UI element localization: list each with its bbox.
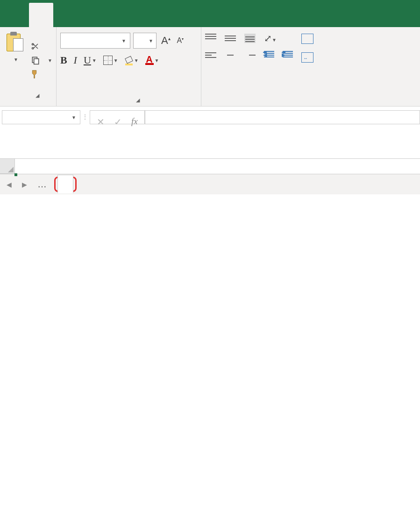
copy-button[interactable]: ▼ bbox=[31, 56, 52, 65]
tab-file[interactable] bbox=[5, 0, 29, 27]
chevron-down-icon[interactable]: ▼ bbox=[71, 115, 76, 120]
borders-button[interactable]: ▼ bbox=[103, 56, 118, 65]
tab-home[interactable] bbox=[29, 3, 53, 27]
sheet-tab-active[interactable] bbox=[57, 175, 73, 193]
dialog-launcher-icon[interactable]: ◢ bbox=[136, 97, 140, 103]
cut-button[interactable] bbox=[31, 42, 52, 51]
group-alignment: ⤢▼ ◀ ▶ ↔ bbox=[201, 27, 420, 106]
select-all-corner[interactable] bbox=[0, 159, 15, 174]
align-bottom-button[interactable] bbox=[244, 34, 256, 43]
paste-button[interactable]: ▼ bbox=[4, 30, 28, 91]
align-top-button[interactable] bbox=[205, 34, 216, 43]
align-left-button[interactable] bbox=[205, 50, 216, 60]
merge-center-button[interactable]: ↔ bbox=[301, 52, 317, 63]
chevron-down-icon[interactable]: ▼ bbox=[14, 57, 18, 62]
formula-bar: ▼ ⋮ ✕ ✓ fx bbox=[0, 107, 420, 159]
align-center-button[interactable] bbox=[225, 50, 236, 60]
border-icon bbox=[103, 56, 113, 65]
sheet-tab-bar: ◀ ▶ … bbox=[0, 174, 420, 194]
bucket-icon bbox=[125, 55, 133, 64]
decrease-indent-button[interactable]: ◀ bbox=[264, 51, 274, 59]
group-clipboard: ▼ ▼ ◢ bbox=[0, 27, 57, 106]
font-name-select[interactable]: ▼ bbox=[60, 33, 130, 49]
sheet-tab-other[interactable] bbox=[81, 181, 96, 188]
font-size-select[interactable]: ▼ bbox=[133, 33, 157, 49]
tab-data[interactable] bbox=[150, 0, 175, 27]
sheet-nav-next[interactable]: ▶ bbox=[19, 179, 30, 190]
dialog-launcher-icon[interactable]: ◢ bbox=[36, 93, 39, 99]
svg-rect-1 bbox=[34, 59, 39, 64]
cancel-formula-button[interactable]: ✕ bbox=[97, 116, 105, 128]
wrap-text-button[interactable] bbox=[301, 34, 317, 44]
paste-icon bbox=[7, 32, 25, 53]
tab-page-layout[interactable] bbox=[102, 0, 126, 27]
sheet-list-button[interactable]: … bbox=[35, 179, 50, 190]
wrap-text-icon bbox=[301, 34, 313, 44]
font-color-button[interactable]: A▼ bbox=[145, 56, 159, 65]
divider: ⋮ bbox=[80, 107, 90, 158]
paintbrush-icon bbox=[31, 70, 40, 79]
formula-input[interactable] bbox=[145, 110, 420, 124]
spreadsheet-grid bbox=[0, 159, 420, 174]
chevron-down-icon[interactable]: ▼ bbox=[48, 58, 52, 63]
underline-button[interactable]: U▼ bbox=[84, 54, 97, 66]
align-middle-button[interactable] bbox=[225, 34, 236, 43]
group-font: ▼ ▼ A▴ A▾ B I U▼ ▼ ▼ A▼ ◢ bbox=[57, 27, 201, 106]
chevron-down-icon[interactable]: ▼ bbox=[121, 38, 126, 43]
bold-button[interactable]: B bbox=[60, 54, 67, 66]
ribbon-tab-strip bbox=[0, 0, 420, 27]
tab-review[interactable] bbox=[175, 0, 199, 27]
copy-icon bbox=[31, 56, 40, 65]
tab-insert[interactable] bbox=[78, 0, 102, 27]
fill-color-button[interactable]: ▼ bbox=[125, 55, 139, 65]
italic-button[interactable]: I bbox=[74, 54, 77, 66]
increase-font-button[interactable]: A▴ bbox=[159, 35, 172, 47]
sheet-nav-prev[interactable]: ◀ bbox=[4, 179, 14, 190]
orientation-button[interactable]: ⤢▼ bbox=[264, 33, 277, 44]
name-box[interactable]: ▼ bbox=[2, 110, 80, 124]
scissors-icon bbox=[31, 42, 40, 51]
decrease-font-button[interactable]: A▾ bbox=[175, 36, 186, 45]
increase-indent-button[interactable]: ▶ bbox=[283, 51, 293, 59]
chevron-down-icon[interactable]: ▼ bbox=[149, 38, 153, 43]
format-painter-button[interactable] bbox=[31, 70, 52, 79]
tab-developer[interactable] bbox=[53, 0, 78, 27]
tab-view-cut[interactable] bbox=[199, 0, 223, 27]
align-right-button[interactable] bbox=[244, 50, 256, 60]
merge-icon: ↔ bbox=[301, 52, 313, 63]
fx-icon[interactable]: fx bbox=[131, 116, 138, 127]
ribbon: ▼ ▼ ◢ bbox=[0, 27, 420, 107]
enter-formula-button[interactable]: ✓ bbox=[114, 116, 122, 128]
tab-formulas[interactable] bbox=[126, 0, 150, 27]
annotation-highlight bbox=[54, 177, 77, 192]
